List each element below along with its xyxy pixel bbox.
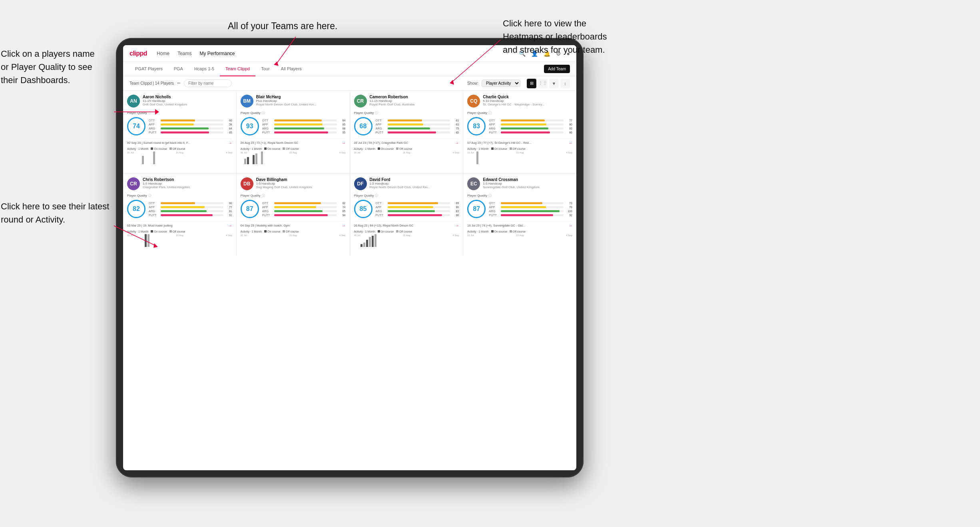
stat-bar [274, 127, 324, 129]
player-card[interactable]: DF David Ford 1-5 Handicap Royal North D… [350, 173, 463, 256]
stat-value: 60 [225, 202, 232, 205]
quality-circle[interactable]: 87 [467, 200, 486, 218]
tab-pga[interactable]: PGA [168, 62, 189, 76]
activity-text: 02 Sep 23 | Sunset round to get back int… [127, 141, 227, 145]
activity-arrow[interactable]: → [228, 223, 232, 228]
sort-button[interactable]: ↕ [560, 79, 570, 88]
stat-bar-container [388, 202, 450, 204]
stat-row: OTT 60 [149, 119, 232, 122]
player-avatar: CR [127, 177, 140, 190]
chart-bar [476, 151, 478, 164]
stat-bar [388, 131, 436, 133]
search-input[interactable] [184, 80, 232, 87]
stat-label: ARG [149, 209, 159, 213]
quality-circle[interactable]: 83 [467, 117, 486, 135]
quality-circle[interactable]: 74 [127, 117, 145, 135]
card-header: CR Chris Robertson 1-5 Handicap Craigmil… [127, 177, 232, 190]
stat-bar [501, 214, 553, 216]
nav-teams[interactable]: Teams [177, 51, 191, 56]
quality-info-icon: ⓘ [488, 111, 492, 115]
player-card[interactable]: AN Aaron Nicholls 11-15 Handicap Drift G… [123, 91, 236, 173]
stat-bar-container [161, 214, 223, 216]
nav-my-performance[interactable]: My Performance [199, 51, 235, 56]
activity-arrow[interactable]: → [228, 141, 232, 145]
tab-hcaps[interactable]: Hcaps 1-5 [189, 62, 220, 76]
stat-label: OTT [149, 201, 159, 205]
stat-bar [274, 202, 321, 204]
activity-period-label: Activity · 1 Month [127, 147, 148, 150]
activity-arrow[interactable]: → [568, 223, 572, 228]
show-select[interactable]: Player Activity [482, 80, 520, 87]
tab-all-players[interactable]: All Players [275, 62, 307, 76]
quality-circle[interactable]: 82 [127, 200, 145, 218]
activity-arrow[interactable]: → [342, 223, 346, 228]
chart-bar [366, 240, 368, 247]
quality-circle[interactable]: 85 [354, 200, 372, 218]
nav-home[interactable]: Home [157, 51, 169, 56]
tab-team-clippd[interactable]: Team Clippd [220, 62, 255, 76]
stat-value: 91 [225, 214, 232, 217]
player-card[interactable]: CR Chris Robertson 1-5 Handicap Craigmil… [123, 173, 236, 256]
player-card[interactable]: DB Dave Billingham 1-5 Handicap Sog Magi… [237, 173, 350, 256]
stat-bar-container [161, 206, 223, 208]
stat-bar [388, 210, 435, 212]
filter-button[interactable]: ▼ [549, 79, 559, 88]
stat-bar [501, 202, 542, 204]
stat-value: 85 [339, 123, 346, 126]
chart-section: Activity · 1 Month On course Off course … [467, 230, 572, 252]
player-club: Craigmillar Park, United Kingdom [143, 185, 232, 189]
player-card[interactable]: BM Blair McHarg Plus Handicap Royal Nort… [237, 91, 350, 173]
activity-arrow[interactable]: → [455, 223, 459, 228]
stat-label: OTT [149, 119, 159, 122]
quality-circle[interactable]: 87 [241, 200, 259, 218]
player-name[interactable]: Cameron Robertson [370, 95, 459, 99]
player-name[interactable]: Chris Robertson [143, 177, 232, 182]
player-avatar: DB [241, 177, 253, 190]
stat-bar [161, 210, 207, 212]
activity-period-label: Activity · 1 Month [467, 147, 488, 150]
grid-view-button[interactable]: ⊞ [527, 79, 536, 88]
player-card[interactable]: EC Edward Crossman 1-5 Handicap Sunningd… [463, 173, 576, 256]
annotation-latest-round: Click here to see their latestround or A… [1, 200, 109, 226]
stat-bar-container [161, 123, 223, 125]
tab-pgat[interactable]: PGAT Players [129, 62, 168, 76]
quality-section: 85 OTT 89 APP 80 ARG 83 PUTT [354, 200, 459, 218]
stat-bar-container [274, 206, 337, 208]
chart-bars [467, 151, 572, 164]
player-name[interactable]: Aaron Nicholls [143, 95, 232, 99]
stat-bar [388, 123, 424, 125]
stat-value: 82 [339, 202, 346, 205]
player-name[interactable]: Charlie Quick [483, 95, 572, 99]
card-header: BM Blair McHarg Plus Handicap Royal Nort… [241, 95, 346, 107]
activity-period-label: Activity · 1 Month [467, 230, 488, 233]
quality-circle[interactable]: 93 [241, 117, 259, 135]
activity-arrow[interactable]: → [342, 141, 346, 145]
tab-tour[interactable]: Tour [255, 62, 275, 76]
player-name[interactable]: Blair McHarg [256, 95, 346, 99]
stat-bar-container [161, 131, 223, 133]
stat-row: APP 74 [262, 205, 346, 209]
player-avatar: BM [241, 95, 253, 107]
stat-bar-container [388, 119, 450, 121]
stat-row: ARG 81 [149, 209, 232, 213]
activity-period-label: Activity · 1 Month [241, 147, 262, 150]
player-name[interactable]: Dave Billingham [256, 177, 346, 182]
activity-arrow[interactable]: → [568, 141, 572, 145]
stat-bar [501, 206, 546, 208]
stat-row: ARG 83 [489, 127, 572, 130]
on-course-legend: On course [491, 230, 507, 233]
stat-bar-container [501, 127, 564, 129]
list-view-button[interactable]: ⋮⋮ [538, 79, 548, 88]
activity-arrow[interactable]: → [455, 141, 459, 145]
player-card[interactable]: CQ Charlie Quick 6-10 Handicap St. Georg… [463, 91, 576, 173]
edit-icon[interactable]: ✏ [177, 81, 181, 86]
player-name[interactable]: Edward Crossman [483, 177, 572, 182]
stat-bar-container [501, 214, 564, 216]
quality-circle[interactable]: 68 [354, 117, 372, 135]
player-card[interactable]: CR Cameron Robertson 11-15 Handicap Roya… [350, 91, 463, 173]
player-name[interactable]: David Ford [370, 177, 459, 182]
add-team-button[interactable]: Add Team [544, 65, 570, 73]
stat-bar-container [501, 206, 564, 208]
player-info: Edward Crossman 1-5 Handicap Sunningdale… [483, 177, 572, 189]
stat-value: 84 [339, 119, 346, 122]
